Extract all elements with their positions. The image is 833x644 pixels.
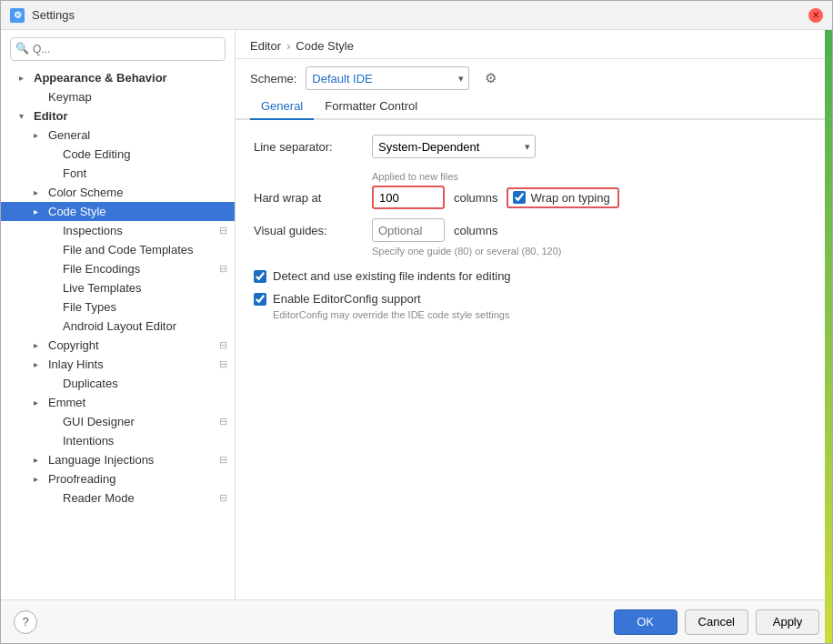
sidebar-item-code-editing[interactable]: Code Editing (1, 145, 235, 164)
wrap-on-typing-checkbox[interactable] (513, 191, 526, 204)
sidebar-item-live-templates[interactable]: Live Templates (1, 278, 235, 297)
line-separator-select[interactable]: System-Dependent Unix (\n) Windows (\r\n… (372, 135, 536, 158)
title-bar: ⚙ Settings ✕ (1, 1, 832, 30)
scheme-row: Scheme: Default IDE Project Custom ▾ ⚙ (236, 59, 832, 94)
arrow-icon: ▸ (34, 130, 48, 140)
arrow-icon: ▸ (34, 206, 48, 216)
sidebar-item-file-code-templates[interactable]: File and Code Templates (1, 240, 235, 259)
visual-guides-label: Visual guides: (254, 224, 363, 237)
sidebar-item-code-style[interactable]: ▸ Code Style (1, 202, 235, 221)
sidebar-item-emmet[interactable]: ▸ Emmet (1, 393, 235, 412)
editor-config-note: EditorConfig may override the IDE code s… (273, 309, 814, 320)
page-icon: ⊟ (219, 492, 227, 504)
sidebar-item-general[interactable]: ▸ General (1, 126, 235, 145)
sidebar-item-copyright[interactable]: ▸ Copyright ⊟ (1, 336, 235, 355)
page-icon: ⊟ (219, 339, 227, 351)
breadcrumb-parent: Editor (250, 39, 281, 53)
sidebar-item-keymap[interactable]: Keymap (1, 87, 235, 106)
page-icon: ⊟ (219, 454, 227, 466)
detect-indents-checkbox[interactable] (254, 270, 266, 283)
sidebar-item-label: Android Layout Editor (63, 319, 227, 333)
arrow-icon: ▸ (34, 359, 48, 369)
settings-window: ⚙ Settings ✕ 🔍 ▸ Appearance & Behavior K… (0, 0, 833, 644)
sidebar-item-inlay-hints[interactable]: ▸ Inlay Hints ⊟ (1, 355, 235, 374)
sidebar-item-label: Font (63, 166, 227, 180)
apply-button[interactable]: Apply (756, 609, 819, 635)
sidebar-item-proofreading[interactable]: ▸ Proofreading (1, 469, 235, 488)
sidebar-item-file-types[interactable]: File Types (1, 297, 235, 317)
guide-hint: Specify one guide (80) or several (80, 1… (372, 246, 814, 257)
footer: ? OK Cancel Apply (1, 599, 832, 643)
search-input[interactable] (10, 37, 226, 61)
right-panel: Editor › Code Style Scheme: Default IDE … (236, 30, 832, 599)
wrap-on-typing-label: Wrap on typing (530, 191, 609, 205)
ok-button[interactable]: OK (614, 609, 677, 635)
scheme-label: Scheme: (250, 72, 296, 86)
editor-config-checkbox[interactable] (254, 293, 266, 306)
footer-buttons: OK Cancel Apply (614, 609, 819, 635)
line-separator-select-wrap: System-Dependent Unix (\n) Windows (\r\n… (372, 135, 536, 158)
scheme-select-wrap: Default IDE Project Custom ▾ (306, 66, 469, 90)
sidebar-item-label: Language Injections (48, 453, 219, 467)
sidebar-item-editor[interactable]: ▾ Editor (1, 106, 235, 126)
sidebar-item-file-encodings[interactable]: File Encodings ⊟ (1, 259, 235, 278)
columns-label-2: columns (454, 224, 497, 237)
sidebar-item-label: File Types (63, 300, 227, 314)
sidebar-item-label: Inlay Hints (48, 357, 219, 371)
sidebar-item-duplicates[interactable]: Duplicates (1, 374, 235, 393)
sidebar-item-language-injections[interactable]: ▸ Language Injections ⊟ (1, 450, 235, 469)
sidebar-item-label: Keymap (48, 90, 227, 104)
cancel-button[interactable]: Cancel (685, 609, 748, 635)
hard-wrap-label: Hard wrap at (254, 191, 363, 205)
gear-button[interactable]: ⚙ (478, 66, 502, 90)
editor-config-label: Enable EditorConfig support (273, 292, 421, 306)
page-icon: ⊟ (219, 263, 227, 275)
applied-note: Applied to new files (372, 171, 814, 182)
scheme-select[interactable]: Default IDE Project Custom (306, 66, 469, 90)
main-content: 🔍 ▸ Appearance & Behavior Keymap ▾ Edito… (1, 30, 832, 599)
sidebar-item-label: Code Style (48, 205, 227, 218)
search-box[interactable]: 🔍 (10, 37, 226, 61)
sidebar-item-appearance[interactable]: ▸ Appearance & Behavior (1, 68, 235, 87)
sidebar-item-gui-designer[interactable]: GUI Designer ⊟ (1, 412, 235, 431)
sidebar-item-label: Proofreading (48, 472, 227, 486)
arrow-icon: ▾ (19, 111, 34, 121)
hard-wrap-input[interactable] (372, 186, 445, 209)
arrow-icon: ▸ (34, 187, 48, 197)
tabs-row: General Formatter Control (236, 94, 832, 120)
sidebar-item-color-scheme[interactable]: ▸ Color Scheme (1, 183, 235, 202)
detect-indents-label: Detect and use existing file indents for… (273, 269, 511, 283)
scheme-select-container: Default IDE Project Custom ▾ (306, 66, 469, 90)
sidebar-item-reader-mode[interactable]: Reader Mode ⊟ (1, 488, 235, 508)
sidebar: 🔍 ▸ Appearance & Behavior Keymap ▾ Edito… (1, 30, 236, 599)
sidebar-item-label: Code Editing (63, 147, 227, 161)
tab-formatter-control[interactable]: Formatter Control (314, 94, 428, 120)
sidebar-item-label: Color Scheme (48, 186, 227, 199)
arrow-icon: ▸ (19, 73, 34, 83)
arrow-icon: ▸ (34, 340, 48, 350)
sidebar-item-android-layout[interactable]: Android Layout Editor (1, 317, 235, 336)
page-icon: ⊟ (219, 416, 227, 428)
arrow-icon: ▸ (34, 455, 48, 465)
close-button[interactable]: ✕ (808, 8, 823, 23)
sidebar-item-font[interactable]: Font (1, 164, 235, 183)
sidebar-item-label: General (48, 128, 227, 142)
help-button[interactable]: ? (14, 610, 37, 634)
page-icon: ⊟ (219, 225, 227, 236)
sidebar-item-label: Emmet (48, 396, 227, 409)
detect-indents-row: Detect and use existing file indents for… (254, 269, 814, 283)
visual-guides-row: Visual guides: columns (254, 218, 814, 242)
visual-guides-input[interactable] (372, 218, 445, 242)
window-title: Settings (32, 8, 75, 22)
sidebar-item-intentions[interactable]: Intentions (1, 431, 235, 450)
tab-general[interactable]: General (250, 94, 314, 120)
breadcrumb: Editor › Code Style (236, 30, 832, 59)
app-icon: ⚙ (10, 8, 25, 23)
sidebar-item-label: Inspections (63, 224, 219, 237)
breadcrumb-separator: › (286, 39, 290, 53)
arrow-icon: ▸ (34, 397, 48, 408)
sidebar-item-inspections[interactable]: Inspections ⊟ (1, 221, 235, 240)
columns-label-1: columns (454, 191, 497, 205)
panel-body: Line separator: System-Dependent Unix (\… (236, 120, 832, 599)
sidebar-item-label: Duplicates (63, 377, 227, 390)
